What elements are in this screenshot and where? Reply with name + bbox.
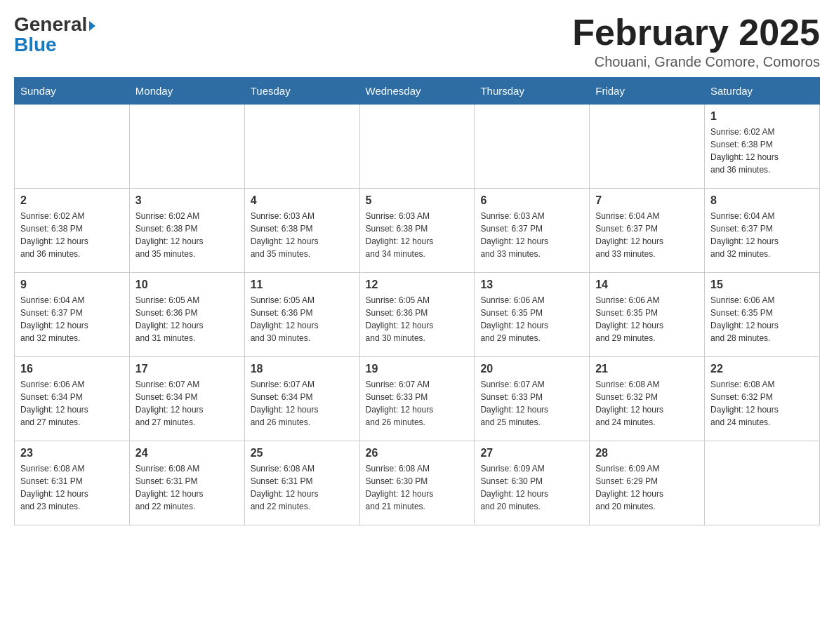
calendar-cell: 21Sunrise: 6:08 AM Sunset: 6:32 PM Dayli…	[590, 357, 705, 441]
day-number: 23	[20, 447, 124, 459]
day-info: Sunrise: 6:09 AM Sunset: 6:29 PM Dayligh…	[595, 462, 699, 513]
day-info: Sunrise: 6:07 AM Sunset: 6:33 PM Dayligh…	[480, 378, 583, 429]
calendar-cell: 12Sunrise: 6:05 AM Sunset: 6:36 PM Dayli…	[359, 273, 475, 357]
calendar-day-header: Sunday	[15, 78, 130, 105]
day-number: 9	[20, 279, 124, 291]
day-info: Sunrise: 6:06 AM Sunset: 6:35 PM Dayligh…	[595, 294, 699, 344]
calendar-cell	[15, 105, 130, 189]
day-number: 4	[251, 194, 354, 207]
day-number: 25	[251, 447, 354, 459]
day-number: 12	[366, 279, 469, 291]
logo-arrow-icon	[89, 21, 95, 31]
day-number: 2	[20, 194, 124, 207]
day-info: Sunrise: 6:08 AM Sunset: 6:31 PM Dayligh…	[251, 462, 354, 513]
calendar-cell: 3Sunrise: 6:02 AM Sunset: 6:38 PM Daylig…	[129, 189, 244, 273]
day-info: Sunrise: 6:04 AM Sunset: 6:37 PM Dayligh…	[20, 294, 124, 344]
calendar-cell	[705, 441, 820, 525]
calendar-day-header: Monday	[129, 78, 244, 105]
day-number: 3	[135, 194, 239, 207]
day-number: 22	[710, 363, 814, 375]
calendar-cell: 18Sunrise: 6:07 AM Sunset: 6:34 PM Dayli…	[244, 357, 359, 441]
day-info: Sunrise: 6:08 AM Sunset: 6:32 PM Dayligh…	[595, 378, 699, 429]
calendar-cell	[244, 105, 359, 189]
day-info: Sunrise: 6:08 AM Sunset: 6:32 PM Dayligh…	[710, 378, 814, 429]
calendar-cell: 20Sunrise: 6:07 AM Sunset: 6:33 PM Dayli…	[475, 357, 590, 441]
day-number: 14	[595, 279, 699, 291]
calendar-week-row: 23Sunrise: 6:08 AM Sunset: 6:31 PM Dayli…	[15, 441, 820, 525]
day-number: 28	[595, 447, 699, 459]
day-info: Sunrise: 6:08 AM Sunset: 6:31 PM Dayligh…	[20, 462, 124, 513]
calendar-cell: 13Sunrise: 6:06 AM Sunset: 6:35 PM Dayli…	[475, 273, 590, 357]
calendar-cell: 1Sunrise: 6:02 AM Sunset: 6:38 PM Daylig…	[705, 105, 820, 189]
calendar-cell: 22Sunrise: 6:08 AM Sunset: 6:32 PM Dayli…	[705, 357, 820, 441]
calendar-cell: 2Sunrise: 6:02 AM Sunset: 6:38 PM Daylig…	[15, 189, 130, 273]
calendar-cell: 6Sunrise: 6:03 AM Sunset: 6:37 PM Daylig…	[475, 189, 590, 273]
calendar-table: SundayMondayTuesdayWednesdayThursdayFrid…	[14, 77, 820, 525]
calendar-day-header: Wednesday	[359, 78, 475, 105]
calendar-week-row: 2Sunrise: 6:02 AM Sunset: 6:38 PM Daylig…	[15, 189, 820, 273]
day-number: 6	[480, 194, 583, 207]
title-section: February 2025 Chouani, Grande Comore, Co…	[572, 14, 820, 70]
calendar-cell: 10Sunrise: 6:05 AM Sunset: 6:36 PM Dayli…	[129, 273, 244, 357]
day-info: Sunrise: 6:06 AM Sunset: 6:35 PM Dayligh…	[710, 294, 814, 344]
page-header: General Blue February 2025 Chouani, Gran…	[14, 14, 820, 70]
calendar-cell: 17Sunrise: 6:07 AM Sunset: 6:34 PM Dayli…	[129, 357, 244, 441]
day-number: 24	[135, 447, 239, 459]
calendar-cell	[129, 105, 244, 189]
day-info: Sunrise: 6:04 AM Sunset: 6:37 PM Dayligh…	[595, 210, 699, 260]
day-number: 18	[251, 363, 354, 375]
calendar-cell: 8Sunrise: 6:04 AM Sunset: 6:37 PM Daylig…	[705, 189, 820, 273]
calendar-cell: 27Sunrise: 6:09 AM Sunset: 6:30 PM Dayli…	[475, 441, 590, 525]
calendar-week-row: 1Sunrise: 6:02 AM Sunset: 6:38 PM Daylig…	[15, 105, 820, 189]
calendar-cell: 23Sunrise: 6:08 AM Sunset: 6:31 PM Dayli…	[15, 441, 130, 525]
calendar-day-header: Thursday	[475, 78, 590, 105]
location-title: Chouani, Grande Comore, Comoros	[572, 54, 820, 70]
calendar-cell: 19Sunrise: 6:07 AM Sunset: 6:33 PM Dayli…	[359, 357, 475, 441]
day-info: Sunrise: 6:09 AM Sunset: 6:30 PM Dayligh…	[480, 462, 583, 513]
calendar-day-header: Tuesday	[244, 78, 359, 105]
calendar-cell: 4Sunrise: 6:03 AM Sunset: 6:38 PM Daylig…	[244, 189, 359, 273]
calendar-cell: 26Sunrise: 6:08 AM Sunset: 6:30 PM Dayli…	[359, 441, 475, 525]
month-title: February 2025	[572, 14, 820, 51]
day-number: 16	[20, 363, 124, 375]
day-number: 19	[366, 363, 469, 375]
calendar-cell	[475, 105, 590, 189]
day-info: Sunrise: 6:02 AM Sunset: 6:38 PM Dayligh…	[20, 210, 124, 260]
day-number: 10	[135, 279, 239, 291]
calendar-header-row: SundayMondayTuesdayWednesdayThursdayFrid…	[15, 78, 820, 105]
day-info: Sunrise: 6:06 AM Sunset: 6:34 PM Dayligh…	[20, 378, 124, 429]
calendar-cell: 14Sunrise: 6:06 AM Sunset: 6:35 PM Dayli…	[590, 273, 705, 357]
calendar-day-header: Friday	[590, 78, 705, 105]
logo-general-text: General	[14, 14, 87, 36]
calendar-week-row: 16Sunrise: 6:06 AM Sunset: 6:34 PM Dayli…	[15, 357, 820, 441]
day-info: Sunrise: 6:07 AM Sunset: 6:34 PM Dayligh…	[251, 378, 354, 429]
day-number: 5	[366, 194, 469, 207]
day-info: Sunrise: 6:07 AM Sunset: 6:34 PM Dayligh…	[135, 378, 239, 429]
calendar-cell	[359, 105, 475, 189]
day-info: Sunrise: 6:08 AM Sunset: 6:31 PM Dayligh…	[135, 462, 239, 513]
day-info: Sunrise: 6:02 AM Sunset: 6:38 PM Dayligh…	[135, 210, 239, 260]
day-info: Sunrise: 6:03 AM Sunset: 6:37 PM Dayligh…	[480, 210, 583, 260]
calendar-cell: 15Sunrise: 6:06 AM Sunset: 6:35 PM Dayli…	[705, 273, 820, 357]
day-number: 17	[135, 363, 239, 375]
day-info: Sunrise: 6:07 AM Sunset: 6:33 PM Dayligh…	[366, 378, 469, 429]
calendar-cell: 5Sunrise: 6:03 AM Sunset: 6:38 PM Daylig…	[359, 189, 475, 273]
calendar-cell: 24Sunrise: 6:08 AM Sunset: 6:31 PM Dayli…	[129, 441, 244, 525]
day-info: Sunrise: 6:05 AM Sunset: 6:36 PM Dayligh…	[251, 294, 354, 344]
day-info: Sunrise: 6:08 AM Sunset: 6:30 PM Dayligh…	[366, 462, 469, 513]
calendar-cell	[590, 105, 705, 189]
day-number: 1	[710, 110, 814, 123]
day-number: 27	[480, 447, 583, 459]
day-info: Sunrise: 6:06 AM Sunset: 6:35 PM Dayligh…	[480, 294, 583, 344]
day-number: 8	[710, 194, 814, 207]
calendar-cell: 7Sunrise: 6:04 AM Sunset: 6:37 PM Daylig…	[590, 189, 705, 273]
day-number: 13	[480, 279, 583, 291]
day-number: 11	[251, 279, 354, 291]
day-number: 26	[366, 447, 469, 459]
day-number: 20	[480, 363, 583, 375]
calendar-cell: 9Sunrise: 6:04 AM Sunset: 6:37 PM Daylig…	[15, 273, 130, 357]
calendar-week-row: 9Sunrise: 6:04 AM Sunset: 6:37 PM Daylig…	[15, 273, 820, 357]
day-info: Sunrise: 6:03 AM Sunset: 6:38 PM Dayligh…	[366, 210, 469, 260]
logo-blue-text: Blue	[14, 34, 57, 56]
day-info: Sunrise: 6:02 AM Sunset: 6:38 PM Dayligh…	[710, 126, 814, 176]
